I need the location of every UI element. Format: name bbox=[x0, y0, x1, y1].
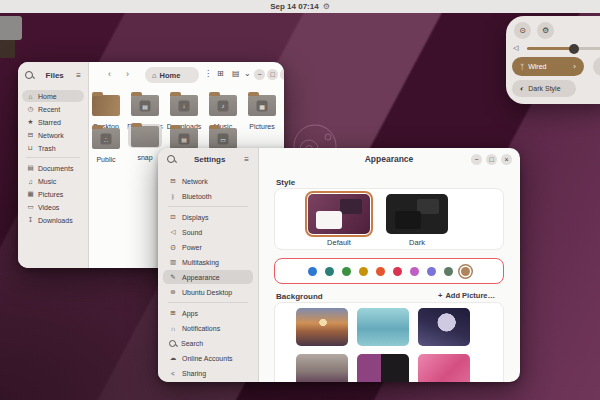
sidebar-item-network[interactable]: ⊟Network bbox=[22, 129, 84, 141]
style-section-label: Style bbox=[276, 178, 295, 187]
files-window-title: Files bbox=[46, 71, 64, 80]
chevron-right-icon[interactable]: › bbox=[573, 62, 576, 71]
wallpaper-desert-sunset[interactable] bbox=[296, 308, 348, 346]
home-icon: ⌂ bbox=[152, 71, 157, 80]
accent-violet[interactable] bbox=[427, 267, 436, 276]
dark-style-toggle[interactable]: ◐ Dark Style bbox=[512, 80, 576, 97]
back-button[interactable]: ‹ bbox=[108, 69, 111, 79]
menu-icon[interactable]: ≡ bbox=[244, 155, 249, 164]
sidebar-item-trash[interactable]: ⊔Trash bbox=[22, 142, 84, 154]
sidebar-item-home[interactable]: ⌂Home bbox=[22, 90, 84, 102]
view-dropdown-icon[interactable]: ⌄ bbox=[244, 69, 251, 78]
sidebar-item-multitasking[interactable]: ▥Multitasking bbox=[163, 255, 253, 269]
cloud-icon: ☁ bbox=[169, 354, 177, 362]
share-emblem-icon: ∴ bbox=[101, 133, 112, 144]
wallpaper-purple-dark-split[interactable] bbox=[357, 354, 409, 382]
wallpaper-pink-crystals[interactable] bbox=[418, 354, 470, 382]
folder-pictures[interactable]: ▦ Pictures bbox=[243, 93, 281, 130]
folder-public[interactable]: ∴ Public bbox=[87, 126, 125, 163]
settings-window-title: Settings bbox=[194, 155, 226, 164]
accent-red[interactable] bbox=[393, 267, 402, 276]
sidebar-item-sound[interactable]: ◁Sound bbox=[163, 225, 253, 239]
quick-settings-panel: ⊙ ⚙ ◁ ᛉ Wired › ʘ ◐ Dark Style bbox=[506, 16, 600, 104]
close-button[interactable]: × bbox=[501, 154, 512, 165]
sidebar-item-downloads[interactable]: ↧Downloads bbox=[22, 214, 84, 226]
new-tab-icon[interactable]: ⊞ bbox=[217, 69, 224, 78]
menu-icon[interactable]: ≡ bbox=[76, 71, 81, 80]
power-mode-toggle-partial[interactable]: ʘ bbox=[593, 57, 600, 76]
speaker-icon: ◁ bbox=[513, 44, 518, 52]
screenshot-button[interactable]: ⊙ bbox=[514, 22, 531, 39]
forward-button[interactable]: › bbox=[126, 69, 129, 79]
maximize-button[interactable]: □ bbox=[486, 154, 497, 165]
dark-mode-icon: ◐ bbox=[520, 85, 524, 92]
background-window-fragment bbox=[0, 40, 15, 58]
sidebar-separator bbox=[26, 157, 80, 158]
sidebar-item-online-accounts[interactable]: ☁Online Accounts bbox=[163, 351, 253, 365]
close-button[interactable]: × bbox=[280, 69, 284, 80]
accent-color-row bbox=[274, 258, 504, 284]
download-icon: ↧ bbox=[27, 216, 34, 224]
settings-button[interactable]: ⚙ bbox=[537, 22, 554, 39]
breadcrumb[interactable]: ⌂ Home bbox=[145, 67, 199, 83]
document-icon: ▤ bbox=[27, 164, 34, 172]
bell-icon: ∩ bbox=[169, 325, 177, 332]
background-window-fragment bbox=[0, 16, 22, 40]
default-theme-preview bbox=[308, 194, 370, 234]
sidebar-item-power[interactable]: ʘPower bbox=[163, 240, 253, 254]
sidebar-item-starred[interactable]: ★Starred bbox=[22, 116, 84, 128]
sidebar-item-music[interactable]: ♫Music bbox=[22, 175, 84, 187]
maximize-button[interactable]: □ bbox=[267, 69, 278, 80]
volume-slider[interactable] bbox=[527, 47, 600, 50]
clock[interactable]: Sep 14 07:14 bbox=[270, 2, 318, 11]
accent-orange[interactable] bbox=[376, 267, 385, 276]
camera-indicator-icon: ⚙ bbox=[323, 2, 330, 11]
sidebar-item-notifications[interactable]: ∩Notifications bbox=[163, 321, 253, 335]
volume-handle[interactable] bbox=[569, 44, 579, 54]
background-section-label: Background bbox=[276, 292, 323, 301]
multitasking-icon: ▥ bbox=[169, 258, 177, 266]
theme-option-default[interactable]: Default bbox=[308, 194, 370, 247]
accent-magenta[interactable] bbox=[410, 267, 419, 276]
sidebar-item-apps[interactable]: ⊞Apps bbox=[163, 306, 253, 320]
recent-icon: ◷ bbox=[27, 105, 34, 113]
wallpaper-floating-islands[interactable] bbox=[357, 308, 409, 346]
share-icon: < bbox=[169, 370, 177, 377]
sidebar-item-pictures[interactable]: ▦Pictures bbox=[22, 188, 84, 200]
sidebar-item-search[interactable]: Search bbox=[163, 336, 253, 350]
sidebar-item-network[interactable]: ⊟Network bbox=[163, 174, 253, 188]
list-view-icon[interactable]: ▤ bbox=[232, 69, 240, 78]
search-icon[interactable] bbox=[25, 71, 33, 79]
wallpaper-moon-mountain[interactable] bbox=[418, 308, 470, 346]
page-title: Appearance bbox=[365, 154, 414, 164]
accent-teal[interactable] bbox=[325, 267, 334, 276]
accent-sage[interactable] bbox=[444, 267, 453, 276]
accent-green[interactable] bbox=[342, 267, 351, 276]
wired-network-toggle[interactable]: ᛉ Wired › bbox=[512, 57, 584, 76]
sidebar-item-documents[interactable]: ▤Documents bbox=[22, 162, 84, 174]
dark-theme-preview bbox=[386, 194, 448, 234]
sidebar-item-displays[interactable]: ⊡Displays bbox=[163, 210, 253, 224]
wallpaper-fuji-mountain[interactable] bbox=[296, 354, 348, 382]
sidebar-item-videos[interactable]: ▭Videos bbox=[22, 201, 84, 213]
settings-window: Settings ≡ Appearance − □ × ⊟Network ᛒBl… bbox=[158, 148, 520, 382]
bluetooth-icon: ᛒ bbox=[169, 193, 177, 200]
screenshot-icon: ⊙ bbox=[519, 26, 526, 35]
sidebar-separator bbox=[168, 302, 248, 303]
path-menu-icon[interactable]: ⋮ bbox=[204, 69, 212, 78]
sidebar-item-ubuntu-desktop[interactable]: ⊛Ubuntu Desktop bbox=[163, 285, 253, 299]
sidebar-item-recent[interactable]: ◷Recent bbox=[22, 103, 84, 115]
minimize-button[interactable]: − bbox=[471, 154, 482, 165]
minimize-button[interactable]: − bbox=[254, 69, 265, 80]
accent-blue[interactable] bbox=[308, 267, 317, 276]
search-icon[interactable] bbox=[167, 155, 175, 163]
sidebar-item-appearance[interactable]: ✎Appearance bbox=[163, 270, 253, 284]
theme-option-dark[interactable]: Dark bbox=[386, 194, 448, 247]
sidebar-item-sharing[interactable]: <Sharing bbox=[163, 366, 253, 380]
sidebar-item-bluetooth[interactable]: ᛒBluetooth bbox=[163, 189, 253, 203]
accent-olive[interactable] bbox=[359, 267, 368, 276]
top-bar[interactable]: Sep 14 07:14 ⚙ bbox=[0, 0, 600, 13]
download-emblem-icon: ↓ bbox=[179, 100, 190, 111]
accent-bark-selected[interactable] bbox=[461, 267, 470, 276]
add-picture-button[interactable]: + Add Picture… bbox=[438, 291, 495, 300]
